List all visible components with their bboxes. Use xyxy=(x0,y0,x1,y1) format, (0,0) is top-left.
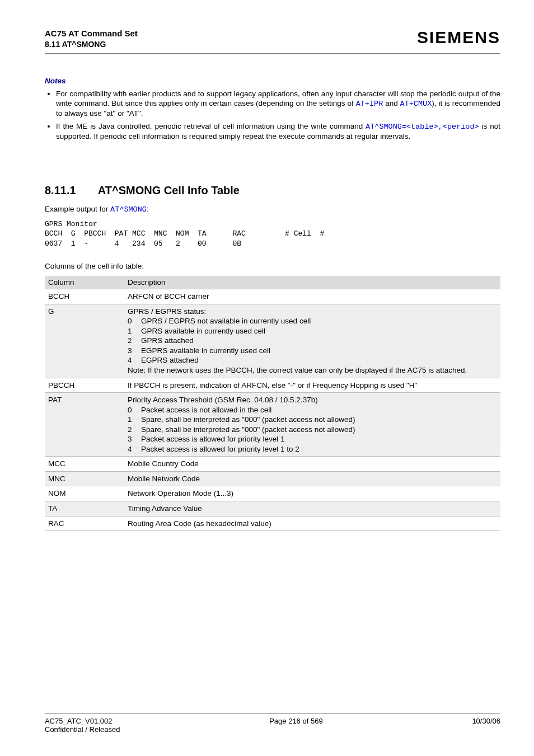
header-left: AC75 AT Command Set 8.11 AT^SMONG xyxy=(45,28,138,50)
columns-caption: Columns of the cell info table: xyxy=(45,262,500,270)
footer-confidential: Confidential / Released xyxy=(45,725,120,734)
at-smong-link[interactable]: AT^SMONG xyxy=(366,123,402,131)
column-name-cell: BCCH xyxy=(45,289,124,304)
section-title: AT^SMONG Cell Info Table xyxy=(98,184,240,196)
footer-page-number: Page 216 of 569 xyxy=(269,717,322,734)
enum-number: 2 xyxy=(128,425,134,435)
section-heading: 8.11.1 AT^SMONG Cell Info Table xyxy=(45,184,500,197)
table-row: MCCMobile Country Code xyxy=(45,457,500,472)
enum-number: 1 xyxy=(128,326,134,336)
at-smong-link[interactable]: AT^SMONG xyxy=(110,205,147,214)
notes-list: For compatibility with earlier products … xyxy=(45,90,500,144)
enum-number: 4 xyxy=(128,444,134,454)
description-cell: Mobile Country Code xyxy=(124,457,500,472)
enum-number: 0 xyxy=(128,405,134,415)
desc-trail: Note: If the network uses the PBCCH, the… xyxy=(128,365,497,375)
enum-number: 1 xyxy=(128,415,134,425)
page-header: AC75 AT Command Set 8.11 AT^SMONG SIEMEN… xyxy=(45,28,500,54)
enum-text: Spare, shall be interpreted as "000" (pa… xyxy=(141,425,355,435)
enum-row: 4Packet access is allowed for priority l… xyxy=(128,444,497,454)
col-header-description: Description xyxy=(124,276,500,289)
footer-date: 10/30/06 xyxy=(472,717,500,734)
period-param-link[interactable]: <period> xyxy=(443,123,479,131)
table-row: RACRouting Area Code (as hexadecimal val… xyxy=(45,516,500,531)
description-cell: Priority Access Threshold (GSM Rec. 04.0… xyxy=(124,393,500,457)
enum-number: 3 xyxy=(128,346,134,356)
enum-number: 2 xyxy=(128,336,134,346)
table-row: BCCHARFCN of BCCH carrier xyxy=(45,289,500,304)
description-cell: Timing Advance Value xyxy=(124,501,500,516)
column-name-cell: TA xyxy=(45,501,124,516)
column-name-cell: MCC xyxy=(45,457,124,472)
table-row: PATPriority Access Threshold (GSM Rec. 0… xyxy=(45,393,500,457)
example-intro: Example output for AT^SMONG: xyxy=(45,205,500,214)
table-header-row: Column Description xyxy=(45,276,500,289)
example-text: : xyxy=(147,205,149,213)
page-footer: AC75_ATC_V01.002 Confidential / Released… xyxy=(45,713,500,734)
enum-row: 3Packet access is allowed for priority l… xyxy=(128,434,497,444)
enum-text: GPRS attached xyxy=(141,336,194,346)
doc-title: AC75 AT Command Set xyxy=(45,28,138,39)
notes-heading: Notes xyxy=(45,77,500,85)
column-name-cell: MNC xyxy=(45,471,124,486)
enum-text: Packet access is allowed for priority le… xyxy=(141,444,299,454)
column-name-cell: RAC xyxy=(45,516,124,531)
column-name-cell: PBCCH xyxy=(45,378,124,393)
column-name-cell: G xyxy=(45,304,124,378)
footer-doc-id: AC75_ATC_V01.002 xyxy=(45,717,120,725)
column-name-cell: PAT xyxy=(45,393,124,457)
enum-row: 2GPRS attached xyxy=(128,336,497,346)
enum-row: 2Spare, shall be interpreted as "000" (p… xyxy=(128,425,497,435)
enum-number: 3 xyxy=(128,434,134,444)
col-header-column: Column xyxy=(45,276,124,289)
note-item: If the ME is Java controlled, periodic r… xyxy=(56,122,500,142)
enum-row: 1GPRS available in currently used cell xyxy=(128,326,497,336)
description-cell: ARFCN of BCCH carrier xyxy=(124,289,500,304)
section-number: 8.11.1 xyxy=(45,184,95,197)
description-cell: GPRS / EGPRS status:0GPRS / EGPRS not av… xyxy=(124,304,500,378)
enum-number: 4 xyxy=(128,355,134,365)
equals-text: = xyxy=(402,123,406,131)
comma-text: , xyxy=(438,123,443,131)
enum-row: 3EGPRS available in currently used cell xyxy=(128,346,497,356)
example-output: GPRS Monitor BCCH G PBCCH PAT MCC MNC NO… xyxy=(45,219,500,249)
enum-text: EGPRS available in currently used cell xyxy=(141,346,270,356)
enum-text: Spare, shall be interpreted as "000" (pa… xyxy=(141,415,355,425)
desc-lead: GPRS / EGPRS status: xyxy=(128,307,497,317)
description-cell: Network Operation Mode (1...3) xyxy=(124,486,500,501)
description-cell: If PBCCH is present, indication of ARFCN… xyxy=(124,378,500,393)
at-ipr-link[interactable]: AT+IPR xyxy=(356,100,383,108)
table-row: GGPRS / EGPRS status:0GPRS / EGPRS not a… xyxy=(45,304,500,378)
table-row: PBCCHIf PBCCH is present, indication of … xyxy=(45,378,500,393)
brand-logo: SIEMENS xyxy=(417,28,500,47)
enum-text: Packet access is not allowed in the cell xyxy=(141,405,271,415)
enum-row: 0Packet access is not allowed in the cel… xyxy=(128,405,497,415)
example-text: Example output for xyxy=(45,205,110,213)
doc-subtitle: 8.11 AT^SMONG xyxy=(45,39,138,50)
enum-row: 4EGPRS attached xyxy=(128,355,497,365)
enum-text: GPRS available in currently used cell xyxy=(141,326,265,336)
enum-row: 0GPRS / EGPRS not available in currently… xyxy=(128,316,497,326)
enum-text: Packet access is allowed for priority le… xyxy=(141,434,285,444)
note-text: If the ME is Java controlled, periodic r… xyxy=(56,122,366,130)
at-cmux-link[interactable]: AT+CMUX xyxy=(400,100,432,108)
description-cell: Routing Area Code (as hexadecimal value) xyxy=(124,516,500,531)
table-row: MNCMobile Network Code xyxy=(45,471,500,486)
enum-text: EGPRS attached xyxy=(141,355,199,365)
note-item: For compatibility with earlier products … xyxy=(56,90,500,119)
note-text: and xyxy=(383,99,400,107)
enum-number: 0 xyxy=(128,316,134,326)
column-name-cell: NOM xyxy=(45,486,124,501)
table-row: TATiming Advance Value xyxy=(45,501,500,516)
table-param-link[interactable]: <table> xyxy=(406,123,438,131)
footer-left: AC75_ATC_V01.002 Confidential / Released xyxy=(45,717,120,734)
enum-text: GPRS / EGPRS not available in currently … xyxy=(141,316,311,326)
enum-row: 1Spare, shall be interpreted as "000" (p… xyxy=(128,415,497,425)
cell-info-table: Column Description BCCHARFCN of BCCH car… xyxy=(45,276,500,531)
table-row: NOMNetwork Operation Mode (1...3) xyxy=(45,486,500,501)
desc-lead: Priority Access Threshold (GSM Rec. 04.0… xyxy=(128,395,497,405)
description-cell: Mobile Network Code xyxy=(124,471,500,486)
